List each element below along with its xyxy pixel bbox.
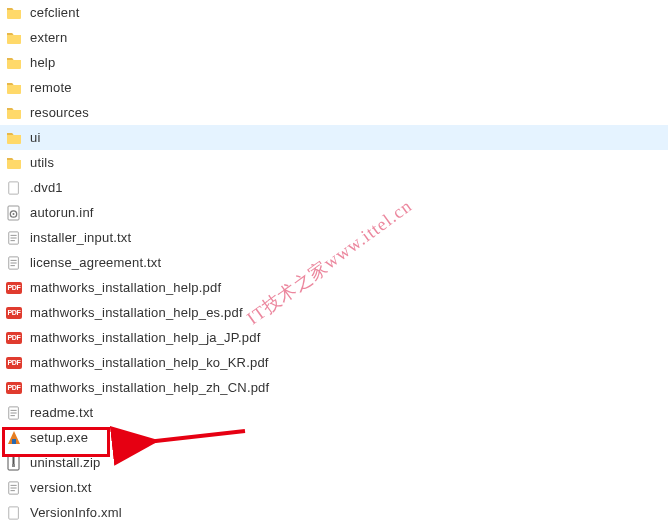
text-file-icon (6, 480, 22, 496)
folder-icon (6, 105, 22, 121)
file-row[interactable]: autorun.inf (0, 200, 668, 225)
svg-rect-17 (12, 439, 16, 444)
file-name-label: mathworks_installation_help_zh_CN.pdf (30, 380, 269, 395)
text-file-icon (6, 230, 22, 246)
file-row[interactable]: license_agreement.txt (0, 250, 668, 275)
file-row[interactable]: extern (0, 25, 668, 50)
file-name-label: version.txt (30, 480, 91, 495)
svg-rect-19 (13, 456, 15, 464)
file-row[interactable]: resources (0, 100, 668, 125)
file-name-label: help (30, 55, 55, 70)
file-row[interactable]: .dvd1 (0, 175, 668, 200)
generic-file-icon (6, 505, 22, 521)
file-row[interactable]: cefclient (0, 0, 668, 25)
pdf-icon: PDF (6, 330, 22, 346)
pdf-icon: PDF (6, 355, 22, 371)
text-file-icon (6, 255, 22, 271)
file-name-label: ui (30, 130, 41, 145)
file-row[interactable]: remote (0, 75, 668, 100)
svg-rect-0 (9, 181, 19, 193)
file-name-label: .dvd1 (30, 180, 63, 195)
folder-icon (6, 155, 22, 171)
pdf-icon: PDF (6, 305, 22, 321)
file-name-label: uninstall.zip (30, 455, 101, 470)
file-name-label: utils (30, 155, 54, 170)
file-name-label: remote (30, 80, 72, 95)
file-list: cefclientexternhelpremoteresourcesuiutil… (0, 0, 668, 520)
file-name-label: VersionInfo.xml (30, 505, 122, 520)
file-name-label: mathworks_installation_help_es.pdf (30, 305, 243, 320)
pdf-icon: PDF (6, 280, 22, 296)
folder-icon (6, 80, 22, 96)
svg-point-3 (13, 213, 15, 215)
file-row[interactable]: PDFmathworks_installation_help_ja_JP.pdf (0, 325, 668, 350)
file-name-label: installer_input.txt (30, 230, 131, 245)
file-row[interactable]: PDFmathworks_installation_help.pdf (0, 275, 668, 300)
file-name-label: resources (30, 105, 89, 120)
exe-file-icon (6, 430, 22, 446)
file-row[interactable]: uninstall.zip (0, 450, 668, 475)
generic-file-icon (6, 180, 22, 196)
file-row[interactable]: help (0, 50, 668, 75)
folder-icon (6, 30, 22, 46)
file-row[interactable]: PDFmathworks_installation_help_es.pdf (0, 300, 668, 325)
file-name-label: mathworks_installation_help.pdf (30, 280, 221, 295)
folder-icon (6, 55, 22, 71)
file-row[interactable]: setup.exe (0, 425, 668, 450)
file-row[interactable]: PDFmathworks_installation_help_zh_CN.pdf (0, 375, 668, 400)
file-name-label: license_agreement.txt (30, 255, 161, 270)
zip-file-icon (6, 455, 22, 471)
file-name-label: setup.exe (30, 430, 88, 445)
text-file-icon (6, 405, 22, 421)
file-row[interactable]: ui (0, 125, 668, 150)
file-name-label: mathworks_installation_help_ja_JP.pdf (30, 330, 260, 345)
file-row[interactable]: utils (0, 150, 668, 175)
file-name-label: mathworks_installation_help_ko_KR.pdf (30, 355, 269, 370)
svg-rect-25 (9, 506, 19, 518)
file-name-label: readme.txt (30, 405, 93, 420)
file-name-label: cefclient (30, 5, 80, 20)
file-name-label: autorun.inf (30, 205, 94, 220)
svg-rect-20 (12, 464, 15, 467)
folder-icon (6, 130, 22, 146)
file-row[interactable]: version.txt (0, 475, 668, 500)
file-name-label: extern (30, 30, 67, 45)
inf-file-icon (6, 205, 22, 221)
file-row[interactable]: VersionInfo.xml (0, 500, 668, 520)
file-row[interactable]: installer_input.txt (0, 225, 668, 250)
file-row[interactable]: PDFmathworks_installation_help_ko_KR.pdf (0, 350, 668, 375)
folder-icon (6, 5, 22, 21)
pdf-icon: PDF (6, 380, 22, 396)
file-row[interactable]: readme.txt (0, 400, 668, 425)
